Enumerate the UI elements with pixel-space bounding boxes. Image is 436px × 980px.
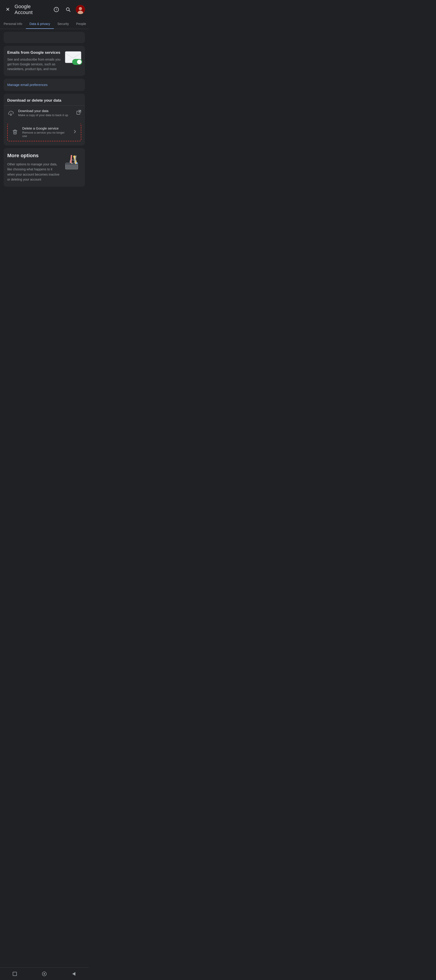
delete-service-title: Delete a Google service [22, 126, 69, 130]
manage-email-card[interactable]: Manage email preferences [4, 79, 85, 91]
help-button[interactable]: ? [52, 5, 61, 14]
svg-text:?: ? [56, 8, 57, 11]
header-icons: ? [52, 5, 85, 14]
main-content: Emails from Google services See and unsu… [0, 29, 89, 208]
emails-card-desc: See and unsubscribe from emails you get … [7, 57, 61, 72]
svg-point-7 [79, 7, 82, 10]
google-text: Google [14, 4, 31, 9]
toggle-knob [77, 60, 81, 64]
nav-back-button[interactable] [69, 969, 79, 979]
svg-point-29 [43, 973, 45, 975]
manage-email-link[interactable]: Manage email preferences [7, 83, 48, 87]
close-button[interactable]: ✕ [4, 5, 12, 14]
emails-card-text: Emails from Google services See and unsu… [7, 50, 61, 72]
emails-icon-area [65, 50, 81, 64]
nav-square-button[interactable] [9, 969, 20, 979]
truncated-card [4, 32, 85, 43]
email-toggle-switch[interactable] [72, 59, 82, 65]
delete-service-item[interactable]: Delete a Google service Remove a service… [7, 123, 81, 141]
email-toggle[interactable] [72, 59, 82, 65]
tabs-bar: Personal info Data & privacy Security Pe… [0, 19, 89, 29]
more-options-text: More options Other options to manage you… [7, 153, 59, 182]
chevron-right-icon [73, 129, 77, 135]
nav-circle-button[interactable] [39, 969, 50, 979]
delete-service-text: Delete a Google service Remove a service… [22, 126, 69, 138]
more-options-section: More options Other options to manage you… [4, 148, 85, 187]
account-text: Account [14, 10, 33, 15]
external-link-icon [76, 110, 81, 116]
more-options-desc: Other options to manage your data, like … [7, 162, 59, 182]
svg-line-12 [78, 110, 81, 113]
page-title: Google Account [14, 4, 50, 16]
download-data-text: Download your data Make a copy of your d… [18, 109, 73, 117]
toolbox-icon [63, 153, 81, 172]
bottom-nav [0, 967, 89, 980]
emails-card-title: Emails from Google services [7, 50, 61, 55]
tab-security[interactable]: Security [54, 19, 73, 29]
tab-people[interactable]: People [72, 19, 89, 29]
emails-card: Emails from Google services See and unsu… [4, 46, 85, 76]
more-options-title: More options [7, 153, 59, 159]
download-data-item[interactable]: Download your data Make a copy of your d… [4, 105, 85, 120]
cloud-download-icon [7, 109, 14, 116]
avatar-image [76, 5, 85, 14]
tab-personal-info[interactable]: Personal info [0, 19, 26, 29]
download-data-title: Download your data [18, 109, 73, 113]
delete-service-subtitle: Remove a service you no longer use [22, 131, 69, 138]
download-data-subtitle: Make a copy of your data to back it up [18, 113, 73, 117]
download-delete-card: Download or delete your data Download yo… [4, 94, 85, 145]
tab-data-privacy[interactable]: Data & privacy [26, 19, 54, 29]
svg-line-3 [69, 10, 70, 12]
download-delete-title: Download or delete your data [4, 94, 85, 105]
svg-rect-27 [13, 972, 17, 976]
trash-icon [11, 129, 19, 136]
envelope-container [65, 51, 81, 64]
avatar[interactable] [76, 5, 85, 14]
header: ✕ Google Account ? [0, 0, 89, 19]
svg-marker-30 [72, 972, 75, 976]
svg-rect-23 [70, 155, 72, 163]
search-button[interactable] [64, 5, 72, 14]
